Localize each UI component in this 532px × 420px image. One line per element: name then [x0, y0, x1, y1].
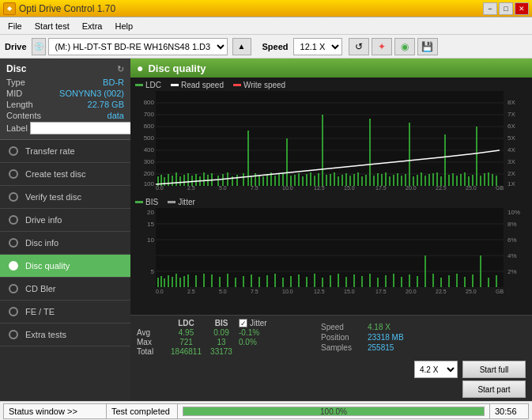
disc-panel: Disc ↻ Type BD-R MID SONYNN3 (002) Lengt… [0, 59, 130, 140]
total-empty [239, 347, 310, 356]
svg-rect-170 [401, 277, 402, 287]
bis-header: BIS [206, 319, 237, 327]
speed-dropdown[interactable]: 4.2 X [414, 361, 458, 378]
drive-select[interactable]: (M:) HL-DT-ST BD-RE WH16NS48 1.D3 [48, 38, 228, 55]
svg-text:12.5: 12.5 [314, 289, 325, 294]
svg-text:200: 200 [144, 170, 155, 177]
svg-text:22.5: 22.5 [436, 289, 447, 294]
close-button[interactable]: ✕ [515, 2, 529, 15]
position-stat-value: 23318 MB [368, 333, 431, 342]
sidebar-item-fe-te[interactable]: FE / TE [0, 301, 130, 324]
sidebar-item-fe-te-label: FE / TE [25, 307, 55, 316]
sidebar-item-extra-tests[interactable]: Extra tests [0, 324, 130, 346]
svg-rect-171 [409, 274, 410, 287]
ldc-label: LDC [145, 81, 161, 89]
svg-rect-43 [183, 175, 185, 186]
disc-label-input[interactable] [30, 122, 135, 134]
svg-text:2.5: 2.5 [187, 289, 195, 294]
svg-rect-181 [488, 278, 489, 287]
svg-rect-71 [302, 176, 304, 186]
svg-rect-164 [353, 274, 355, 287]
sidebar-item-cd-bler[interactable]: CD Bler [0, 278, 130, 301]
svg-rect-85 [357, 172, 359, 186]
svg-rect-74 [314, 176, 315, 186]
avg-ldc-value: 4.95 [168, 328, 204, 337]
menu-file[interactable]: File [3, 20, 27, 32]
svg-rect-161 [330, 275, 331, 287]
svg-rect-178 [464, 277, 466, 287]
menu-extra[interactable]: Extra [77, 20, 108, 32]
sidebar-item-disc-info[interactable]: Disc info [0, 232, 130, 255]
menubar: File Start test Extra Help [0, 17, 532, 35]
svg-text:600: 600 [144, 123, 155, 130]
svg-rect-60 [258, 175, 260, 186]
maximize-button[interactable]: □ [499, 2, 513, 15]
sidebar-item-transfer-rate[interactable]: Transfer rate [0, 140, 130, 163]
info-button[interactable]: ◉ [394, 38, 415, 55]
svg-rect-57 [247, 131, 249, 186]
disc-length-value: 22.78 GB [88, 100, 124, 109]
svg-text:2X: 2X [507, 170, 515, 177]
sidebar-item-create-test-disc[interactable]: Create test disc [0, 163, 130, 186]
chart2-legend: BIS Jitter [132, 196, 530, 208]
minimize-button[interactable]: − [483, 2, 497, 15]
menu-help[interactable]: Help [110, 20, 138, 32]
status-completed-text: Test completed [111, 407, 170, 416]
svg-rect-38 [164, 177, 165, 186]
disc-label-label: Label [6, 123, 28, 133]
svg-rect-162 [338, 274, 339, 287]
svg-rect-154 [274, 274, 276, 287]
sidebar-item-drive-info[interactable]: Drive info [0, 209, 130, 232]
max-ldc-value: 721 [168, 338, 204, 346]
svg-rect-142 [183, 276, 185, 287]
quality-title: Disc quality [148, 62, 206, 74]
speed-select[interactable]: 12.1 X [293, 38, 342, 55]
speed-stat-label: Speed [321, 323, 364, 331]
svg-text:20: 20 [147, 209, 154, 216]
svg-rect-157 [298, 274, 300, 287]
svg-rect-62 [266, 174, 268, 186]
sidebar-item-verify-test-disc[interactable]: Verify test disc [0, 186, 130, 209]
jitter-dot [168, 201, 175, 203]
start-part-button[interactable]: Start part [462, 380, 526, 398]
write-speed-legend: Write speed [233, 81, 285, 89]
sidebar-item-disc-quality[interactable]: Disc quality [0, 255, 130, 278]
menu-start-test[interactable]: Start test [30, 20, 74, 32]
disc-refresh-icon[interactable]: ↻ [117, 64, 124, 74]
svg-rect-143 [187, 274, 189, 287]
svg-rect-151 [251, 274, 252, 287]
jitter-legend: Jitter [168, 198, 195, 206]
svg-rect-106 [440, 176, 442, 186]
svg-rect-113 [468, 176, 470, 186]
svg-rect-111 [460, 174, 462, 186]
svg-rect-102 [424, 176, 426, 186]
status-progress-panel: 100.0% [177, 403, 489, 419]
samples-stat-value: 255815 [368, 343, 431, 352]
drive-info-icon [8, 214, 19, 225]
start-full-button[interactable]: Start full [462, 361, 526, 378]
sidebar-nav: Transfer rate Create test disc Verify te… [0, 140, 130, 401]
svg-rect-145 [203, 274, 205, 287]
svg-rect-92 [385, 172, 387, 186]
disc-panel-title: Disc [6, 63, 26, 74]
svg-text:1X: 1X [507, 180, 515, 187]
refresh-button[interactable]: ↺ [349, 38, 369, 55]
status-window-panel[interactable]: Status window >> [3, 403, 106, 419]
jitter-checkbox[interactable]: ✓ [239, 319, 247, 327]
svg-text:15: 15 [147, 221, 154, 228]
status-time: 30:56 [495, 407, 517, 416]
titlebar: ◆ Opti Drive Control 1.70 − □ ✕ [0, 0, 532, 17]
position-stat-label: Position [321, 333, 364, 342]
sidebar-item-verify-test-disc-label: Verify test disc [25, 192, 81, 202]
sidebar-item-create-test-disc-label: Create test disc [25, 169, 85, 179]
svg-text:8X: 8X [507, 99, 515, 106]
svg-text:4X: 4X [507, 146, 515, 153]
erase-button[interactable]: ✦ [372, 38, 392, 55]
svg-rect-169 [393, 274, 394, 287]
save-button[interactable]: 💾 [417, 38, 438, 55]
svg-rect-89 [373, 176, 375, 186]
content-area: ● Disc quality LDC Read speed [130, 59, 532, 401]
svg-text:6%: 6% [507, 236, 517, 244]
eject-button[interactable]: ▲ [232, 38, 251, 55]
ldc-dot [135, 84, 143, 86]
